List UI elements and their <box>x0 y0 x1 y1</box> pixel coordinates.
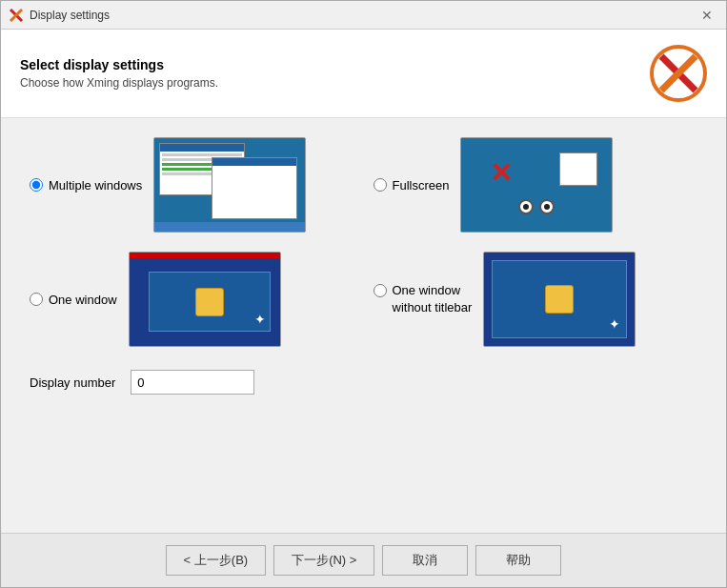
titlebar: Display settings ✕ <box>1 1 726 30</box>
preview-no-titlebar: ✦ <box>483 252 636 347</box>
display-number-label: Display number <box>30 375 115 390</box>
preview-win2 <box>212 157 297 219</box>
preview-icon-box <box>195 288 224 316</box>
preview-multiple-windows <box>153 137 306 233</box>
header-text: Select display settings Choose how Xming… <box>20 57 218 90</box>
next-button[interactable]: 下一步(N) > <box>273 545 374 576</box>
preview-white-rect <box>559 152 597 186</box>
line1 <box>162 153 242 156</box>
preview-win1-titlebar <box>160 144 244 152</box>
preview-no-titlebar-inner <box>492 260 627 338</box>
help-button[interactable]: 帮助 <box>475 545 561 576</box>
option-fullscreen: Fullscreen ✕ <box>374 137 698 233</box>
radio-multiple-windows-label[interactable]: Multiple windows <box>30 178 142 193</box>
option-one-window: One window ✦ <box>30 252 354 347</box>
preview-taskbar <box>154 222 305 232</box>
app-icon <box>9 8 24 23</box>
eye-right <box>539 199 555 214</box>
preview-fullscreen: ✕ <box>460 137 613 233</box>
preview-x-logo: ✕ <box>490 157 512 189</box>
dialog-window: Display settings ✕ Select display settin… <box>0 0 727 588</box>
preview-one-window: ✦ <box>129 252 281 347</box>
xming-logo <box>650 45 707 102</box>
preview-no-titlebar-icon <box>545 285 574 314</box>
display-number-row: Display number <box>30 370 697 395</box>
close-button[interactable]: ✕ <box>696 6 718 25</box>
page-title: Select display settings <box>20 57 218 72</box>
back-button[interactable]: < 上一步(B) <box>166 545 267 576</box>
radio-no-titlebar-label[interactable]: One windowwithout titlebar <box>374 282 473 316</box>
radio-multiple-windows[interactable] <box>30 178 43 192</box>
preview-eyes <box>518 199 555 214</box>
preview-no-titlebar-sparkle: ✦ <box>609 316 620 332</box>
preview-win2-titlebar <box>212 158 296 166</box>
radio-fullscreen[interactable] <box>374 178 387 192</box>
titlebar-title: Display settings <box>30 9 110 22</box>
titlebar-left: Display settings <box>9 8 110 23</box>
header-section: Select display settings Choose how Xming… <box>1 30 726 118</box>
radio-no-titlebar[interactable] <box>374 284 387 297</box>
radio-no-titlebar-text: One windowwithout titlebar <box>393 282 473 316</box>
content-section: Multiple windows <box>1 118 726 533</box>
option-one-window-left: One window <box>30 293 117 307</box>
eye-left <box>518 199 534 214</box>
cancel-button[interactable]: 取消 <box>382 545 468 576</box>
footer-section: < 上一步(B) 下一步(N) > 取消 帮助 <box>1 533 726 587</box>
radio-one-window[interactable] <box>30 293 43 306</box>
preview-sparkle: ✦ <box>254 312 266 327</box>
options-grid: Multiple windows <box>30 137 697 347</box>
radio-fullscreen-text: Fullscreen <box>393 178 450 193</box>
page-subtitle: Choose how Xming displays programs. <box>20 76 218 90</box>
preview-bar-top <box>130 253 280 258</box>
radio-one-window-label[interactable]: One window <box>30 293 117 307</box>
display-number-input[interactable] <box>131 370 254 395</box>
option-no-titlebar: One windowwithout titlebar ✦ <box>374 252 698 347</box>
option-multiple-windows: Multiple windows <box>30 137 354 233</box>
option-multiple-left: Multiple windows <box>30 178 142 193</box>
radio-one-window-text: One window <box>49 293 117 307</box>
radio-multiple-windows-text: Multiple windows <box>49 178 142 193</box>
preview-inner-win <box>149 272 271 332</box>
radio-fullscreen-label[interactable]: Fullscreen <box>374 178 450 193</box>
